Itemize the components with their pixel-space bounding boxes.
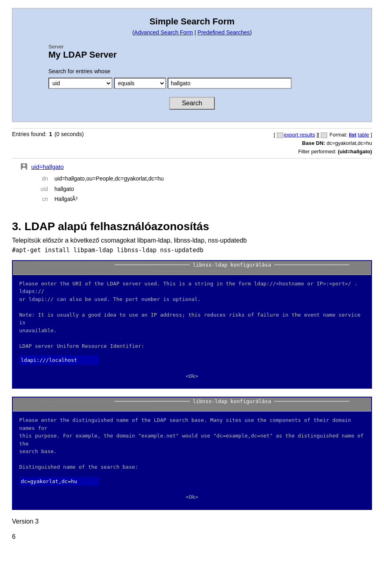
server-name: My LDAP Server xyxy=(48,50,360,60)
terminal-line-2-2: search base. xyxy=(19,448,365,456)
format-table-link[interactable]: table xyxy=(358,132,369,138)
attr-name-uid: uid xyxy=(36,184,48,194)
entries-time: (0 seconds) xyxy=(54,131,84,137)
operator-select[interactable]: equals starts with contains ends with xyxy=(114,78,166,89)
entry-link-row: uid=hallgato xyxy=(20,163,372,171)
terminal-line-1-0: Please enter the URI of the LDAP server … xyxy=(19,280,365,295)
server-label: Server xyxy=(48,44,360,50)
section3-heading: 3. LDAP alapú felhasználóazonosítás xyxy=(12,220,372,233)
base-dn-label: Base DN: xyxy=(302,140,325,146)
format-label: Format: xyxy=(330,132,348,138)
attr-row-dn: dn uid=hallgato,ou=People,dc=gyakorlat,d… xyxy=(36,174,372,184)
terminal-ok-2[interactable]: <Ok> xyxy=(19,493,365,504)
search-links: (Advanced Search Form | Predefined Searc… xyxy=(24,29,360,36)
filter-value: (uid=hallgato) xyxy=(338,149,372,155)
terminal-title-2: libnss-ldap konfigurálása xyxy=(193,398,271,404)
terminal-window-1: ──────────────────────── libnss-ldap kon… xyxy=(12,260,372,389)
svg-point-2 xyxy=(22,168,26,170)
attr-value-uid: hallgato xyxy=(54,184,74,194)
terminal-input-row-2: dc=gyakorlat,dc=hu xyxy=(19,474,365,490)
footer-page-number: 6 xyxy=(12,533,372,540)
svg-point-1 xyxy=(23,164,25,167)
search-form-section: Simple Search Form (Advanced Search Form… xyxy=(12,8,372,122)
filter-label: Filter performed: xyxy=(298,149,336,155)
entry-dn-link[interactable]: uid=hallgato xyxy=(31,163,64,170)
person-icon xyxy=(20,163,28,171)
entries-label: Entries found: xyxy=(12,131,46,137)
attr-value-cn: HallgatÃ³ xyxy=(54,194,78,204)
search-for-label: Search for entries whose xyxy=(48,68,360,74)
terminal-body-2: Please enter the distinguished name of t… xyxy=(13,411,371,509)
search-criteria-row: uid cn sn mail objectClass equals starts… xyxy=(48,78,360,89)
attribute-select[interactable]: uid cn sn mail objectClass xyxy=(48,78,112,89)
terminal-line-1-3: unavailable. xyxy=(19,327,365,335)
terminal-line-1-4: LDAP server Uniform Resource Identifier: xyxy=(19,342,365,350)
search-button-row: Search xyxy=(24,97,360,110)
results-right: [ export results ][ Format: list table ]… xyxy=(274,131,372,156)
terminal-input-row-1: ldapi:///localhost xyxy=(19,352,365,368)
entries-count: 1 xyxy=(49,131,52,137)
terminal-input-1[interactable]: ldapi:///localhost xyxy=(19,355,99,365)
terminal-line-2-0: Please enter the distinguished name of t… xyxy=(19,416,365,432)
attr-row-uid: uid hallgato xyxy=(36,184,372,194)
page-title: Simple Search Form xyxy=(24,16,360,27)
footer-version: Version 3 xyxy=(12,518,372,525)
section3-paragraph: Telepítsük először a következő csomagoka… xyxy=(12,237,372,244)
entry-attributes: dn uid=hallgato,ou=People,dc=gyakorlat,d… xyxy=(36,174,372,204)
attr-value-dn: uid=hallgato,ou=People,dc=gyakorlat,dc=h… xyxy=(54,174,164,184)
export-link[interactable]: export results xyxy=(284,132,315,138)
export-row: [ export results ][ Format: list table ] xyxy=(274,131,372,139)
predefined-search-link[interactable]: Predefined Searches xyxy=(198,29,250,36)
entry-result: uid=hallgato dn uid=hallgato,ou=People,d… xyxy=(20,163,372,204)
attr-name-cn: cn xyxy=(36,194,48,204)
base-dn-value: dc=gyakorlat,dc=hu xyxy=(327,140,372,146)
search-value-input[interactable] xyxy=(168,78,292,89)
terminal-title-1: libnss-ldap konfigurálása xyxy=(193,262,271,268)
terminal-line-2-1: this purpose. For example, the domain "e… xyxy=(19,432,365,448)
terminal-line-1-2: Note: It is usually a good idea to use a… xyxy=(19,311,365,327)
search-button[interactable]: Search xyxy=(169,97,215,110)
links-suffix: ) xyxy=(250,29,252,36)
terminal-body-1: Please enter the URI of the LDAP server … xyxy=(13,275,371,388)
attr-name-dn: dn xyxy=(36,174,48,184)
attr-row-cn: cn HallgatÃ³ xyxy=(36,194,372,204)
terminal-titlebar-1: ──────────────────────── libnss-ldap kon… xyxy=(13,261,371,275)
terminal-line-2-3: Distinguished name of the search base: xyxy=(19,463,365,471)
server-section: Server My LDAP Server xyxy=(48,44,360,60)
results-left: Entries found: 1 (0 seconds) xyxy=(12,131,84,137)
base-dn-row: Base DN: dc=gyakorlat,dc=hu xyxy=(274,139,372,148)
filter-row: Filter performed: (uid=hallgato) xyxy=(274,148,372,156)
format-list-link[interactable]: list xyxy=(349,132,356,138)
results-bar: Entries found: 1 (0 seconds) [ export re… xyxy=(12,128,372,159)
terminal-ok-1[interactable]: <Ok> xyxy=(19,372,365,383)
format-icon xyxy=(321,132,327,138)
section3: 3. LDAP alapú felhasználóazonosítás Tele… xyxy=(12,220,372,254)
terminal-line-1-1: or ldapi:// can also be used. The port n… xyxy=(19,295,365,303)
section3-code: #apt-get install libpam-ldap libnss-ldap… xyxy=(12,247,372,254)
export-icon xyxy=(277,132,283,138)
links-separator: | xyxy=(193,29,197,36)
advanced-search-link[interactable]: Advanced Search Form xyxy=(134,29,193,36)
terminal-window-2: ──────────────────────── libnss-ldap kon… xyxy=(12,397,372,510)
terminal-input-2[interactable]: dc=gyakorlat,dc=hu xyxy=(19,477,99,486)
terminal-titlebar-2: ──────────────────────── libnss-ldap kon… xyxy=(13,397,371,411)
